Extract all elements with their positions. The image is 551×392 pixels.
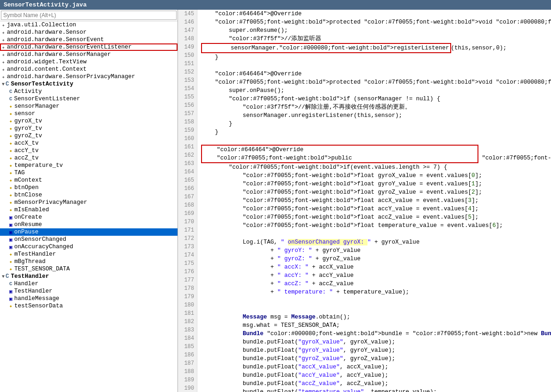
- code-line: "color:#646464">@Override: [201, 70, 551, 78]
- member-sel[interactable]: CSensorEventListener: [0, 95, 178, 103]
- import-sensorevent[interactable]: ✦android.hardware.SensorEvent: [0, 36, 178, 43]
- field-icon: ⬥: [9, 111, 12, 116]
- import-label: android.hardware.SensorEventListener: [7, 44, 132, 50]
- member-label: temperature_tv: [14, 162, 63, 169]
- import-sensor[interactable]: ✦android.hardware.Sensor: [0, 29, 178, 36]
- code-line: }: [201, 53, 551, 61]
- member-onaccuracychanged[interactable]: ▣onAccuracyChanged: [0, 243, 178, 251]
- import-sensoreventlistener[interactable]: ✦android.hardware.SensorEventListener: [0, 43, 178, 51]
- member-mbgthread[interactable]: ⬥mBgThread: [0, 258, 178, 265]
- code-line: super.onPause();: [201, 86, 551, 95]
- member-accx[interactable]: ⬥accX_tv: [0, 140, 178, 147]
- field-icon: ⬥: [9, 170, 12, 176]
- field-icon: ⬥: [9, 163, 12, 168]
- line-number: 165: [181, 176, 194, 184]
- code-line: bundle.putFloat("gyroZ_value", gyroZ_val…: [201, 355, 551, 363]
- member-accy[interactable]: ⬥accY_tv: [0, 147, 178, 154]
- code-line: bundle.putFloat("gyroY_value", gyroY_val…: [201, 346, 551, 355]
- line-number: 185: [181, 343, 194, 351]
- method-icon: ▣: [9, 229, 12, 235]
- member-label: SensorEventListener: [14, 96, 80, 102]
- class-icon: C: [9, 89, 12, 94]
- class-label: SensorTestActivity: [11, 81, 73, 87]
- member-onsensorchanged[interactable]: ▣onSensorChanged: [0, 236, 178, 243]
- code-line: bundle.putFloat("accY_value", accY_value…: [201, 371, 551, 380]
- member-label: sensorManager: [14, 103, 60, 110]
- member-temp[interactable]: ⬥temperature_tv: [0, 162, 178, 169]
- member-test-sensor-data[interactable]: ⬥TEST_SENSOR_DATA: [0, 265, 178, 273]
- class-label: TestHandler: [11, 273, 49, 280]
- member-oncreate[interactable]: ▣onCreate: [0, 214, 178, 221]
- import-icon: ✦: [2, 52, 5, 58]
- field-icon: ⬥: [9, 104, 12, 109]
- import-textview[interactable]: ✦android.widget.TextView: [0, 58, 178, 66]
- class-testhandler[interactable]: ▼CTestHandler: [0, 273, 178, 280]
- member-privacy[interactable]: ⬥mSensorPrivacyManager: [0, 199, 178, 206]
- code-line: + " accZ: " + accZ_value: [201, 280, 551, 288]
- line-number: 188: [181, 368, 194, 376]
- line-number: 158: [181, 118, 194, 126]
- field-icon: ⬥: [9, 155, 12, 161]
- method-icon: ▣: [9, 222, 12, 228]
- code-line: bundle.putFloat("accZ_value", accZ_value…: [201, 380, 551, 388]
- field-icon: ⬥: [9, 178, 12, 183]
- code-line: "color:#7f0055;font-weight:bold">float g…: [201, 180, 551, 188]
- member-onresume[interactable]: ▣onResume: [0, 221, 178, 228]
- field-icon: ⬥: [9, 259, 12, 264]
- line-number: 152: [181, 68, 194, 76]
- line-number: 156: [181, 101, 194, 110]
- import-label: android.widget.TextView: [7, 59, 87, 65]
- line-number: 147: [181, 26, 194, 35]
- line-number: 145: [181, 10, 194, 18]
- member-activity[interactable]: CActivity: [0, 88, 178, 95]
- code-panel[interactable]: 1451461471481491501511521531541551561571…: [178, 10, 551, 392]
- class-sensortestactivity[interactable]: ▼CSensorTestActivity: [0, 80, 178, 88]
- import-collection[interactable]: ✦java.util.Collection: [0, 21, 178, 29]
- member-gyroy[interactable]: ⬥gyroY_tv: [0, 125, 178, 132]
- import-sensormanager[interactable]: ✦android.hardware.SensorManager: [0, 51, 178, 58]
- code-line: [201, 296, 551, 305]
- member-sensor[interactable]: ⬥sensor: [0, 110, 178, 117]
- member-btnclose[interactable]: ⬥btnClose: [0, 191, 178, 199]
- th-handler[interactable]: CHandler: [0, 280, 178, 288]
- code-line: "color:#7f0055;font-weight:bold">float g…: [201, 188, 551, 196]
- class-icon: C: [6, 81, 9, 87]
- line-number: 164: [181, 168, 194, 176]
- th-handlemessage[interactable]: ▣handleMessage: [0, 295, 178, 302]
- member-label: accZ_tv: [14, 155, 39, 161]
- field-icon: ⬥: [9, 133, 12, 139]
- member-accz[interactable]: ⬥accZ_tv: [0, 154, 178, 162]
- line-number: 171: [181, 226, 194, 234]
- member-tag[interactable]: ⬥TAG: [0, 169, 178, 177]
- code-line: super.onResume();: [201, 26, 551, 35]
- left-panel: ✦java.util.Collection✦android.hardware.S…: [0, 10, 178, 392]
- member-btnopen[interactable]: ⬥btnOpen: [0, 184, 178, 191]
- member-onpause[interactable]: ▣onPause: [0, 228, 178, 236]
- code-line: [201, 61, 551, 70]
- member-sensormanager[interactable]: ⬥sensorManager: [0, 103, 178, 110]
- member-gyroz[interactable]: ⬥gyroZ_tv: [0, 132, 178, 140]
- member-gyrox[interactable]: ⬥gyroX_tv: [0, 117, 178, 125]
- code-line: "color:#7f0055;font-weight:bold">public …: [201, 154, 551, 163]
- member-misenabled[interactable]: ⬥mIsEnabled: [0, 206, 178, 214]
- code-line: msg.what = TEST_SENSOR_DATA;: [201, 321, 551, 330]
- code-line: "color:#3f7f5f">//解除注册,不再接收任何传感器的更新。: [201, 103, 551, 111]
- code-line: "color:#7f0055;font-weight:bold">float a…: [201, 196, 551, 205]
- search-input[interactable]: [1, 11, 177, 20]
- member-label: gyroY_tv: [14, 125, 42, 132]
- tree-item-testsensordata[interactable]: ⬥testSensorData: [0, 302, 178, 310]
- member-label: onResume: [14, 221, 42, 228]
- line-number: 189: [181, 376, 194, 384]
- import-label: android.hardware.SensorPrivacyManager: [7, 74, 135, 80]
- member-mtesthandler[interactable]: ⬥mTestHandler: [0, 251, 178, 258]
- title-bar: SensorTestActivity.java: [0, 0, 551, 10]
- line-number: 183: [181, 326, 194, 334]
- import-context[interactable]: ✦android.content.Context: [0, 66, 178, 73]
- line-number: 162: [181, 151, 194, 159]
- th-testhandler[interactable]: ▣TestHandler: [0, 288, 178, 295]
- tree-container[interactable]: ✦java.util.Collection✦android.hardware.S…: [0, 21, 178, 392]
- member-label: accY_tv: [14, 147, 39, 154]
- member-mcontext[interactable]: ⬥mContext: [0, 177, 178, 184]
- import-privacymanager[interactable]: ✦android.hardware.SensorPrivacyManager: [0, 73, 178, 80]
- class-icon: C: [6, 273, 9, 280]
